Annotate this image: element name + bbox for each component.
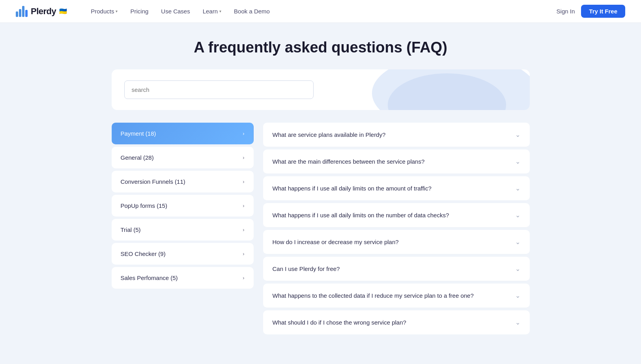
faq-item-q7[interactable]: What happens to the collected data if I … <box>263 284 530 308</box>
chevron-right-icon: › <box>243 203 244 209</box>
faq-item-q6[interactable]: Can I use Plerdy for free? ⌄ <box>263 257 530 281</box>
chevron-down-icon: ⌄ <box>515 131 520 138</box>
faq-list: What are service plans available in Pler… <box>263 123 530 337</box>
learn-chevron-icon: ▾ <box>219 9 221 13</box>
faq-layout: Payment (18) › General (28) › Conversion… <box>112 123 530 337</box>
navbar: Plerdy 🇺🇦 Products ▾ Pricing Use Cases L… <box>0 0 641 23</box>
faq-item-q8[interactable]: What should I do if I chose the wrong se… <box>263 310 530 334</box>
chevron-right-icon: › <box>243 155 244 161</box>
chevron-right-icon: › <box>243 131 244 136</box>
logo-icon <box>16 6 28 17</box>
search-input-wrapper <box>124 80 517 99</box>
chevron-down-icon: ⌄ <box>515 319 520 326</box>
page-title: A frequently asked questions (FAQ) <box>112 39 530 57</box>
chevron-down-icon: ⌄ <box>515 185 520 192</box>
sidebar-item-general[interactable]: General (28) › <box>112 147 254 168</box>
chevron-down-icon: ⌄ <box>515 292 520 299</box>
faq-item-q5[interactable]: How do I increase or decrease my service… <box>263 230 530 254</box>
products-chevron-icon: ▾ <box>116 9 118 13</box>
logo-bar-1 <box>16 11 18 17</box>
faq-item-q3[interactable]: What happens if I use all daily limits o… <box>263 176 530 201</box>
logo[interactable]: Plerdy 🇺🇦 <box>16 6 67 17</box>
nav-use-cases[interactable]: Use Cases <box>161 8 190 15</box>
try-free-button[interactable]: Try It Free <box>581 5 625 18</box>
sidebar-item-payment[interactable]: Payment (18) › <box>112 123 254 144</box>
logo-text: Plerdy <box>31 6 56 17</box>
faq-item-q4[interactable]: What happens if I use all daily limits o… <box>263 203 530 228</box>
nav-products[interactable]: Products ▾ <box>91 8 118 15</box>
sidebar-item-sales-performance[interactable]: Sales Perfomance (5) › <box>112 267 254 289</box>
nav-links: Products ▾ Pricing Use Cases Learn ▾ Boo… <box>91 8 556 15</box>
sign-in-link[interactable]: Sign In <box>557 8 575 15</box>
sidebar-item-conversion-funnels[interactable]: Conversion Funnels (11) › <box>112 171 254 192</box>
nav-learn[interactable]: Learn ▾ <box>203 8 221 15</box>
nav-actions: Sign In Try It Free <box>557 5 625 18</box>
sidebar-item-popup-forms[interactable]: PopUp forms (15) › <box>112 195 254 217</box>
chevron-down-icon: ⌄ <box>515 238 520 246</box>
search-section <box>112 69 530 110</box>
flag-icon: 🇺🇦 <box>59 7 67 15</box>
sidebar-item-trial[interactable]: Trial (5) › <box>112 219 254 241</box>
logo-bar-2 <box>19 9 21 17</box>
logo-bar-4 <box>25 10 28 17</box>
sidebar-item-seo-checker[interactable]: SEO Checker (9) › <box>112 243 254 265</box>
chevron-right-icon: › <box>243 227 244 233</box>
search-input[interactable] <box>124 80 314 99</box>
chevron-right-icon: › <box>243 251 244 257</box>
chevron-down-icon: ⌄ <box>515 211 520 219</box>
chevron-down-icon: ⌄ <box>515 265 520 273</box>
chevron-down-icon: ⌄ <box>515 158 520 165</box>
logo-bar-3 <box>22 6 24 17</box>
faq-item-q2[interactable]: What are the main differences between th… <box>263 149 530 174</box>
chevron-right-icon: › <box>243 179 244 185</box>
main-content: A frequently asked questions (FAQ) Payme… <box>104 23 538 360</box>
sidebar: Payment (18) › General (28) › Conversion… <box>112 123 254 290</box>
nav-book-demo[interactable]: Book a Demo <box>234 8 270 15</box>
nav-pricing[interactable]: Pricing <box>130 8 148 15</box>
chevron-right-icon: › <box>243 275 244 281</box>
faq-item-q1[interactable]: What are service plans available in Pler… <box>263 123 530 147</box>
